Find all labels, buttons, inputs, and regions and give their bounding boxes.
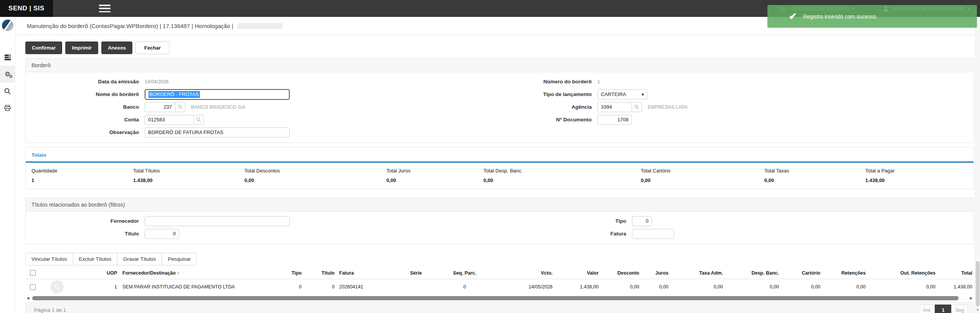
banco-search-button[interactable] [175,102,185,112]
search-icon [178,104,183,109]
totais-panel: Totais Quantidade 1 Total Títulos 1.438,… [25,147,974,189]
titulo-filter-input[interactable]: 0 [145,229,179,239]
bordero-panel-title: Borderô [26,59,973,72]
banco-label: Banco [26,104,145,110]
sidebar-item-settings[interactable]: ⚙⚙ [0,66,15,83]
search-icon [196,117,201,122]
col-desp-banc[interactable]: Desp. Banc. [723,267,779,279]
col-fatura[interactable]: Fatura [335,267,391,279]
success-toast: ✔ Registro inserido com sucesso [767,5,977,28]
chevron-down-icon: ▾ [642,92,644,97]
col-total[interactable]: Total [935,267,974,279]
filtros-panel: Títulos relacionados ao borderô (filtros… [25,198,974,244]
col-serie[interactable]: Série [391,267,441,279]
next-page-button[interactable]: Seg [951,305,968,313]
documento-input[interactable]: 1708 [597,115,632,125]
total-col: Total Descontos 0,00 [244,168,386,183]
gravar-titulos-button[interactable]: Gravar Títulos [117,253,162,265]
hamburger-menu-icon[interactable] [99,5,111,12]
sidebar-item-print[interactable] [0,99,15,116]
conta-search-button[interactable] [194,115,204,125]
col-desconto[interactable]: Desconto [599,267,639,279]
conta-label: Conta [26,117,145,123]
col-seq-parc[interactable]: Seq. Parc. [441,267,488,279]
tipo-filter-input[interactable]: 0 [632,216,652,226]
page-info: Página 1 de 1 [26,307,66,313]
scroll-down-icon[interactable]: ▼ [975,308,980,312]
totals-row: Quantidade 1 Total Títulos 1.438,00 Tota… [26,163,973,189]
cell-desp-banc: 0,00 [723,284,779,290]
row-view-button[interactable] [51,280,64,293]
search-icon [54,284,60,290]
page-title: Manutenção do borderô (ContasPagar.WPBor… [27,23,233,29]
tipo-lancamento-select[interactable]: CARTEIRA ▾ [597,89,647,99]
nome-bordero-input[interactable]: BORDERÔ - FROTAS [145,89,290,100]
totais-tab[interactable]: Totais [26,147,973,158]
cell-fornecedor: SEM PARAR INSTITUICAO DE PAGAMENTO LTDA [117,284,279,290]
pesquisar-button[interactable]: Pesquisar [162,253,197,265]
total-col: Total Juros 0,00 [386,168,483,183]
col-vcto[interactable]: Vcto. [488,267,553,279]
cell-cartorio: 0,00 [779,284,820,290]
hscroll-thumb[interactable] [32,296,959,300]
vertical-scrollbar[interactable]: ▼ [975,17,980,313]
table-actions: Vincular Títulos Excluir Títulos Gravar … [25,253,974,265]
banco-input[interactable]: 237 [145,102,175,112]
pagination: Ant 1 Seg [918,305,968,313]
col-fornecedor[interactable]: Fornecedor/Destinação ↑ [117,267,279,279]
col-titulo[interactable]: Título [302,267,335,279]
sidebar-item-menu[interactable] [0,49,15,66]
titulos-table: UOP Fornecedor/Destinação ↑ Tipo Título … [25,267,974,300]
col-retencoes[interactable]: Retenções [820,267,866,279]
tipo-filter-label: Tipo [490,218,632,224]
vincular-titulos-button[interactable]: Vincular Títulos [25,253,73,265]
total-col: Quantidade 1 [31,168,133,183]
table-row[interactable]: 1 SEM PARAR INSTITUICAO DE PAGAMENTO LTD… [25,279,974,295]
col-valor[interactable]: Valor [553,267,599,279]
printer-icon [4,105,11,111]
fornecedor-input[interactable] [145,216,290,226]
scroll-right-icon[interactable]: ▶ [968,296,974,300]
col-out-retencoes[interactable]: Out. Retenções [866,267,935,279]
app-logo [2,20,13,31]
sidebar-item-search[interactable] [0,83,15,99]
cell-taxa-adm: 0,00 [668,284,723,290]
scroll-left-icon[interactable]: ◀ [25,296,31,300]
total-col: Total Desp. Banc. 0,00 [483,168,641,183]
observacao-input[interactable]: BORDERÔ DE FATURA FROTAS [145,128,290,137]
numero-bordero-value: 1 [597,79,600,84]
excluir-titulos-button[interactable]: Excluir Títulos [73,253,118,265]
table-footer: Página 1 de 1 Ant 1 Seg [25,302,974,313]
col-juros[interactable]: Juros [639,267,668,279]
page-1-button[interactable]: 1 [935,305,952,313]
banco-helper-text: BANCO BRADESCO S/A [191,104,246,110]
cell-desconto: 0,00 [599,284,639,290]
imprimir-button[interactable]: Imprimir [65,41,98,54]
horizontal-scrollbar[interactable]: ◀ ▶ [25,296,974,300]
table-header-row: UOP Fornecedor/Destinação ↑ Tipo Título … [25,267,974,279]
confirmar-button[interactable]: Confirmar [25,41,62,54]
vscroll-thumb[interactable] [976,261,980,306]
fatura-filter-input[interactable] [632,229,674,239]
anexos-button[interactable]: Anexos [101,41,132,54]
cell-total: 1.438,00 [935,284,974,290]
check-icon: ✔ [789,12,797,21]
col-uop[interactable]: UOP [77,267,117,279]
col-tipo[interactable]: Tipo [279,267,302,279]
cell-vcto: 14/05/2026 [488,284,553,290]
row-checkbox[interactable] [30,284,36,290]
total-col: Total Cartório 0,00 [641,168,764,183]
agencia-input[interactable]: 3394 [597,102,632,112]
data-emissao-value: 14/04/2026 [145,79,169,84]
fechar-button[interactable]: Fechar [135,41,170,54]
agencia-search-button[interactable] [632,102,642,112]
col-taxa-adm[interactable]: Taxa Adm. [668,267,723,279]
data-emissao-label: Data da emissão [26,79,145,84]
select-all-checkbox[interactable] [30,270,36,276]
nome-bordero-label: Nome do borderô [26,91,145,97]
col-cartorio[interactable]: Cartório [779,267,820,279]
conta-input[interactable]: 012583 [145,115,194,125]
cell-titulo: 0 [302,284,335,290]
prev-page-button[interactable]: Ant [918,305,935,313]
fatura-filter-label: Fatura [490,231,632,237]
